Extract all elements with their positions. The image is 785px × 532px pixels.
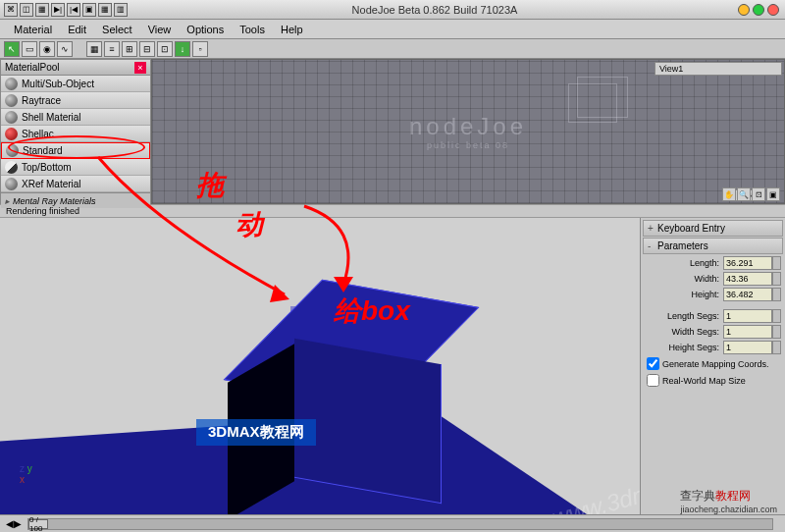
material-pool-panel: MaterialPool × Multi/Sub-Object Raytrace… [0, 59, 151, 204]
tb-icon-1[interactable]: ⌘ [4, 3, 18, 17]
param-height-segs: Height Segs: [643, 340, 783, 355]
main-toolbar: ↖ ▭ ◉ ∿ ▦ ≡ ⊞ ⊟ ⊡ ↓ ▫ [0, 39, 785, 59]
menu-select[interactable]: Select [94, 24, 140, 35]
pan-icon[interactable]: ✋ [722, 187, 736, 201]
timeline-slider[interactable]: 0 / 100 [27, 518, 773, 530]
menu-material[interactable]: Material [6, 24, 60, 35]
material-sphere-icon [5, 111, 18, 124]
tb-icon-4[interactable]: ▣ [82, 3, 96, 17]
tutorial-badge: 3DMAX教程网 [196, 419, 316, 446]
tool-layout-icon[interactable]: ⊟ [139, 41, 155, 57]
tool-snap-icon[interactable]: ⊞ [122, 41, 137, 57]
window-titlebar: ⌘ ◫ ▦ ▶| |◀ ▣ ▦ ▥ NodeJoe Beta 0.862 Bui… [0, 0, 785, 20]
material-pool-title: MaterialPool [5, 62, 60, 73]
tool-arrange-icon[interactable]: ⊡ [157, 41, 173, 57]
length-segs-input[interactable] [723, 309, 772, 323]
material-pool-header[interactable]: MaterialPool × [1, 60, 150, 76]
tb-icon-2[interactable]: ◫ [20, 3, 33, 17]
menu-edit[interactable]: Edit [60, 24, 94, 35]
timeline-marker[interactable]: 0 / 100 [28, 519, 48, 529]
extents-icon[interactable]: ▣ [766, 187, 780, 201]
height-segs-input[interactable] [723, 341, 772, 354]
tb-icon-5[interactable]: ▦ [98, 3, 112, 17]
tool-extra-icon[interactable]: ▫ [192, 41, 208, 57]
window-close[interactable] [767, 4, 779, 16]
material-item-raytrace[interactable]: Raytrace [1, 92, 150, 109]
window-maximize[interactable] [753, 4, 764, 16]
spinner[interactable] [772, 341, 781, 354]
material-item-shellac[interactable]: Shellac [1, 126, 150, 142]
spinner[interactable] [772, 256, 781, 270]
spinner[interactable] [772, 325, 781, 339]
material-item-multisubobject[interactable]: Multi/Sub-Object [1, 76, 150, 92]
menu-help[interactable]: Help [273, 24, 311, 35]
prev-key-icon[interactable]: ◀ [6, 518, 14, 529]
material-label: Standard [23, 145, 63, 156]
material-sphere-icon [5, 94, 18, 107]
axis-gizmo: z yx [20, 463, 32, 485]
canvas-nav-icons: ✋ 🔍 ⊡ ▣ [722, 187, 780, 201]
material-label: XRef Material [22, 179, 81, 189]
tool-refresh-icon[interactable]: ↓ [175, 41, 190, 57]
material-item-xref[interactable]: XRef Material [1, 176, 150, 192]
rollup-parameters[interactable]: Parameters [643, 238, 783, 254]
mapping-coords-checkbox[interactable] [647, 357, 659, 370]
param-width: Width: [643, 271, 783, 287]
tb-icon-6[interactable]: ▥ [114, 3, 128, 17]
width-segs-input[interactable] [723, 325, 772, 339]
next-key-icon[interactable]: ▶ [14, 518, 22, 529]
node-editor-canvas[interactable]: View1 nodeJoe public beta 08 75% ✋ 🔍 ⊡ ▣ [151, 59, 785, 204]
spinner[interactable] [772, 288, 781, 301]
material-sphere-icon [5, 128, 18, 140]
spinner[interactable] [772, 309, 781, 323]
window-minimize[interactable] [738, 4, 750, 16]
width-input[interactable] [723, 272, 772, 286]
3d-viewport[interactable]: Box01 z yx www.3dmax8.cn www.3dmax8.cn w… [0, 218, 640, 514]
logo-subtext: public beta 08 [409, 140, 527, 150]
tool-align-icon[interactable]: ≡ [104, 41, 120, 57]
window-controls [738, 4, 785, 16]
tool-grid-icon[interactable]: ▦ [86, 41, 102, 57]
material-label: Shell Material [22, 112, 81, 123]
fit-icon[interactable]: ⊡ [752, 187, 765, 201]
material-label: Top/Bottom [22, 162, 72, 173]
view-selector[interactable]: View1 [654, 62, 782, 76]
material-label: Shellac [22, 129, 54, 139]
tb-icon-3[interactable]: ▦ [35, 3, 49, 17]
material-item-shellmaterial[interactable]: Shell Material [1, 109, 150, 126]
height-input[interactable] [723, 288, 772, 301]
zoom-icon[interactable]: 🔍 [737, 187, 751, 201]
check-mapping-coords: Generate Mapping Coords. [643, 355, 783, 372]
rollup-keyboard-entry[interactable]: Keyboard Entry [643, 220, 783, 237]
close-icon[interactable]: × [134, 62, 146, 74]
param-length: Length: [643, 255, 783, 271]
material-sphere-icon [6, 144, 19, 157]
window-title: NodeJoe Beta 0.862 Build 71023A [131, 4, 738, 16]
tb-icon-prev[interactable]: ▶| [51, 3, 65, 17]
param-length-segs: Length Segs: [643, 308, 783, 324]
length-input[interactable] [723, 256, 772, 270]
parameters-panel: Keyboard Entry Parameters Length: Width:… [640, 218, 785, 514]
logo-text: nodeJoe [409, 113, 527, 140]
material-item-standard[interactable]: Standard [1, 142, 150, 159]
footer-brand: 查字典教程网 jiaocheng.chazidian.com [680, 488, 777, 514]
timeline-bar: ◀ ▶ 0 / 100 [0, 514, 785, 532]
material-label: Raytrace [22, 95, 61, 106]
tool-node-icon[interactable]: ◉ [39, 41, 55, 57]
nodejoe-logo: nodeJoe public beta 08 [409, 113, 527, 150]
check-realworld: Real-World Map Size [643, 372, 783, 389]
spinner[interactable] [772, 272, 781, 286]
material-sphere-icon [5, 178, 18, 190]
tool-link-icon[interactable]: ∿ [57, 41, 73, 57]
realworld-checkbox[interactable] [647, 374, 659, 387]
titlebar-tool-icons: ⌘ ◫ ▦ ▶| |◀ ▣ ▦ ▥ [0, 3, 131, 17]
canvas-decoration-cube [568, 83, 617, 123]
tool-select-icon[interactable]: ▭ [22, 41, 37, 57]
tb-icon-next[interactable]: |◀ [67, 3, 80, 17]
material-item-topbottom[interactable]: Top/Bottom [1, 159, 150, 176]
menu-tools[interactable]: Tools [232, 24, 273, 35]
menu-view[interactable]: View [140, 24, 180, 35]
menubar: Material Edit Select View Options Tools … [0, 20, 785, 39]
tool-arrow-icon[interactable]: ↖ [4, 41, 20, 57]
menu-options[interactable]: Options [179, 24, 232, 35]
